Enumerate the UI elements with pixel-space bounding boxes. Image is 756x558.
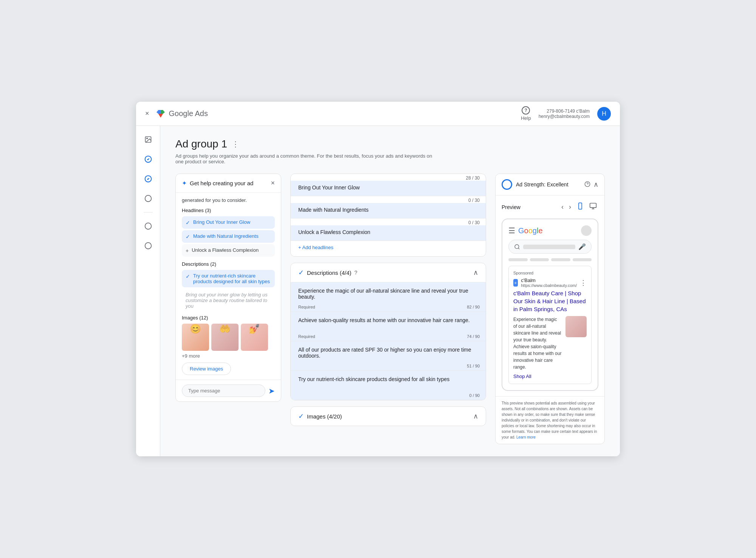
- phone-top-bar: ☰ Google: [508, 225, 592, 236]
- chat-close-button[interactable]: ×: [271, 179, 275, 187]
- chat-input-area: ➤: [176, 380, 281, 401]
- description-item-2[interactable]: Bring out your inner glow by letting us …: [182, 289, 275, 312]
- descriptions-title: Descriptions (4/4): [307, 270, 352, 276]
- strength-left: Ad Strength: Excellent: [502, 179, 569, 190]
- sidebar-item-circle2[interactable]: [141, 219, 156, 234]
- sidebar-divider: [144, 212, 153, 212]
- headline-input-3[interactable]: [291, 225, 486, 240]
- headline-item-3[interactable]: + Unlock a Flawless Complexion: [182, 244, 275, 257]
- checkmark-icon-desc-1: ✓: [186, 273, 190, 279]
- descriptions-section: ✓ Descriptions (4/4) ? ∧ Experience the …: [290, 263, 486, 400]
- description-item-1[interactable]: ✓ Try our nutrient-rich skincare product…: [182, 270, 275, 287]
- descriptions-help-icon[interactable]: ?: [355, 270, 358, 276]
- ad-body-text: Experience the magic of our all-natural …: [513, 316, 562, 370]
- ad-title[interactable]: c'Balm Beauty Care | Shop Our Skin & Hai…: [513, 289, 587, 313]
- ad-more-icon[interactable]: ⋮: [580, 279, 587, 287]
- desc-input-2[interactable]: Achieve salon-quality results at home wi…: [298, 317, 478, 329]
- image-thumbnail-1: 😊: [182, 324, 209, 351]
- image-face-2: 🤲: [211, 324, 239, 334]
- desktop-view-button[interactable]: [588, 201, 598, 213]
- next-button[interactable]: ›: [567, 202, 573, 212]
- desc-field-3: All of our products are rated SPF 30 or …: [291, 341, 486, 370]
- counter-1: 28 / 30: [291, 174, 486, 181]
- headline-text-1: Bring Out Your Inner Glow: [193, 219, 250, 225]
- google-ads-logo-icon: [155, 108, 166, 119]
- headline-text-2: Made with Natural Ingredients: [193, 233, 259, 239]
- sidebar-item-image[interactable]: [141, 132, 156, 147]
- strength-panel: Ad Strength: Excellent ∧ Pre: [495, 174, 605, 444]
- help-icon: ?: [522, 106, 530, 115]
- sidebar-item-check2[interactable]: [141, 171, 156, 186]
- desc-field-2: Achieve salon-quality results at home wi…: [291, 312, 486, 341]
- result-bars: [508, 258, 592, 261]
- images-checkmark-icon: ✓: [298, 412, 304, 420]
- images-section: Images (12) 😊 🤲 💅: [182, 315, 275, 375]
- account-phone: 279-806-7149 c'Balm: [547, 108, 590, 114]
- more-options-icon[interactable]: ⋮: [232, 140, 239, 149]
- search-bar[interactable]: 🎤: [508, 240, 592, 254]
- mid-panel: 28 / 30 0 / 30 0 / 30: [290, 174, 486, 444]
- brand-name: Google Ads: [169, 109, 208, 118]
- desc-input-4[interactable]: Try our nutrient-rich skincare products …: [298, 376, 478, 388]
- desc-counter-3: 51 / 90: [467, 364, 480, 368]
- chat-input[interactable]: [182, 384, 265, 397]
- images-big-section: ✓ Images (4/20) ∧: [290, 406, 486, 426]
- preview-nav: ‹ ›: [560, 201, 598, 213]
- prev-button[interactable]: ‹: [560, 202, 565, 212]
- brand-url: https://www.cbalmbeauty.com/: [521, 283, 577, 288]
- desc-counter-1: 82 / 90: [467, 305, 480, 309]
- images-collapse-button[interactable]: ∧: [473, 412, 478, 420]
- headline-text-3: Unlock a Flawless Complexion: [192, 247, 259, 253]
- result-bar-2: [530, 258, 549, 261]
- search-icon: [514, 244, 520, 250]
- g-blue2: g: [533, 226, 537, 235]
- strength-header: Ad Strength: Excellent ∧: [496, 174, 604, 195]
- svg-line-16: [518, 248, 519, 249]
- sidebar-item-circle1[interactable]: [141, 191, 156, 206]
- plus-icon-1: +: [186, 248, 189, 254]
- headline-input-1[interactable]: [291, 181, 486, 196]
- mobile-view-button[interactable]: [575, 201, 586, 213]
- spark-icon: ✦: [182, 180, 187, 187]
- disclaimer-text: This preview shows potential ads assembl…: [502, 401, 597, 439]
- preview-label: Preview: [502, 204, 521, 210]
- topbar: × Google Ads ? Help 279-806-7149 c'Balm …: [136, 102, 620, 126]
- g-red2: e: [538, 226, 542, 235]
- close-button[interactable]: ×: [145, 110, 149, 118]
- strength-help-icon[interactable]: [584, 181, 590, 188]
- desc-field-4: Try our nutrient-rich skincare products …: [291, 370, 486, 400]
- strength-collapse-button[interactable]: ∧: [593, 180, 598, 189]
- avatar[interactable]: H: [597, 107, 611, 121]
- shop-all-link[interactable]: Shop All: [513, 374, 587, 379]
- chat-header-left: ✦ Get help creating your ad: [182, 180, 253, 187]
- chat-header: ✦ Get help creating your ad ×: [176, 174, 281, 193]
- sidebar: [136, 126, 160, 456]
- svg-rect-12: [590, 203, 596, 208]
- descriptions-collapse-button[interactable]: ∧: [473, 268, 478, 277]
- phone-preview: ☰ Google 🎤: [502, 219, 598, 391]
- sidebar-item-check1[interactable]: [141, 152, 156, 167]
- ad-body: Experience the magic of our all-natural …: [513, 316, 587, 370]
- sidebar-item-circle3[interactable]: [141, 238, 156, 253]
- learn-more-link[interactable]: Learn more: [516, 435, 536, 439]
- desc-counter-2: 74 / 90: [467, 334, 480, 339]
- result-bar-1: [508, 258, 528, 261]
- desc-input-3[interactable]: All of our products are rated SPF 30 or …: [298, 347, 478, 359]
- search-fake-input: [523, 245, 575, 249]
- headline-input-2[interactable]: [291, 203, 486, 218]
- images-big-title: Images (4/20): [307, 413, 342, 420]
- phone-user-icon: [581, 225, 592, 236]
- images-grid: 😊 🤲 💅: [182, 324, 275, 351]
- chat-panel-container: ✦ Get help creating your ad × generated …: [175, 174, 281, 444]
- desc-input-1[interactable]: Experience the magic of our all-natural …: [298, 288, 478, 300]
- image-face-3: 💅: [241, 324, 268, 334]
- review-images-button[interactable]: Review images: [182, 363, 231, 375]
- send-button[interactable]: ➤: [268, 386, 275, 395]
- help-button[interactable]: ? Help: [521, 106, 531, 121]
- image-face-1: 😊: [182, 324, 209, 334]
- page-subtitle: Ad groups help you organize your ads aro…: [175, 153, 440, 164]
- add-headlines-button[interactable]: + Add headlines: [291, 241, 486, 256]
- headline-item-1[interactable]: ✓ Bring Out Your Inner Glow: [182, 216, 275, 229]
- headline-item-2[interactable]: ✓ Made with Natural Ingredients: [182, 230, 275, 243]
- svg-point-15: [515, 245, 519, 249]
